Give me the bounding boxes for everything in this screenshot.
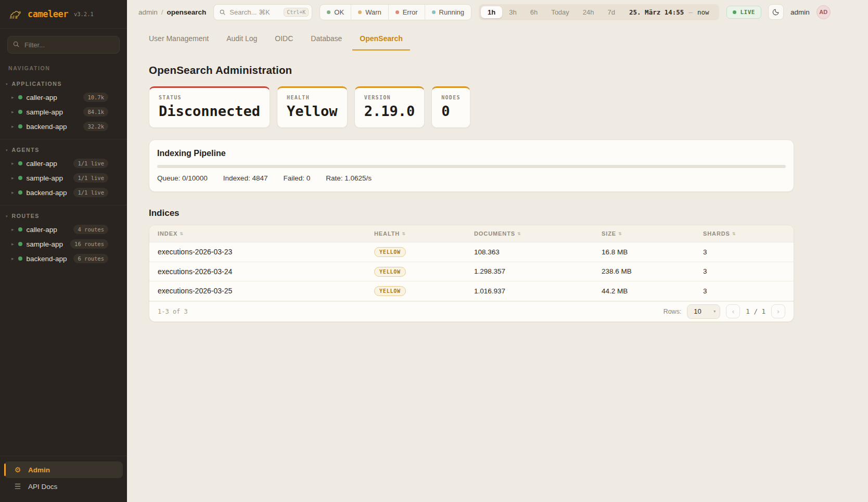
column-header-size[interactable]: SIZE⇅ [602, 230, 703, 237]
status-dot-icon [18, 227, 22, 231]
sidebar-item-sample-app-agent[interactable]: ▸ sample-app 1/1 live [0, 171, 127, 185]
table-row[interactable]: executions-2026-03-24 YELLOW 1.298.357 2… [149, 262, 794, 282]
breadcrumb-separator: / [161, 8, 163, 16]
cell-documents: 1.298.357 [474, 267, 602, 275]
chevron-right-icon: ▸ [11, 190, 14, 195]
sidebar-filter-input[interactable] [7, 36, 120, 54]
sidebar-item-sample-app-routes[interactable]: ▸ sample-app 16 routes [0, 237, 127, 251]
filter-warn[interactable]: Warn [351, 5, 388, 20]
dark-mode-toggle[interactable] [768, 4, 784, 20]
rows-per-page-label: Rows: [663, 308, 682, 315]
search-input[interactable] [229, 8, 280, 16]
stat-value: 0 [441, 103, 461, 119]
filter-search-icon [12, 41, 20, 50]
chevron-right-icon: ▸ [11, 242, 14, 247]
page-indicator: 1 / 1 [746, 307, 765, 315]
tab-database[interactable]: Database [303, 30, 349, 50]
chevron-right-icon: ▸ [11, 124, 14, 129]
moon-icon [772, 8, 780, 16]
main-area: admin / opensearch Ctrl+K OK Warn [127, 0, 868, 502]
section-header-agents[interactable]: ▾ AGENTS [0, 144, 127, 156]
range-24h[interactable]: 24h [576, 6, 601, 18]
range-3h[interactable]: 3h [502, 6, 523, 18]
collapse-caret-icon: ▾ [6, 214, 8, 218]
live-badge: 1/1 live [73, 159, 108, 168]
cell-health: YELLOW [374, 247, 474, 257]
cell-documents: 1.016.937 [474, 287, 602, 295]
camel-logo-icon [7, 6, 23, 22]
avatar[interactable]: AD [816, 5, 831, 19]
cell-size: 238.6 MB [602, 267, 703, 275]
row-range-text: 1-3 of 3 [158, 308, 188, 315]
header-right-cluster: LIVE admin AD [726, 4, 830, 20]
sidebar-item-caller-app-agent[interactable]: ▸ caller-app 1/1 live [0, 156, 127, 171]
breadcrumb-opensearch[interactable]: opensearch [167, 8, 207, 16]
cell-size: 16.8 MB [602, 248, 703, 256]
routes-badge: 16 routes [70, 239, 108, 249]
cell-size: 44.2 MB [602, 287, 703, 295]
section-header-routes[interactable]: ▾ ROUTES [0, 210, 127, 222]
section-header-applications[interactable]: ▾ APPLICATIONS [0, 78, 127, 90]
count-badge: 32.2k [83, 122, 108, 131]
sidebar-item-caller-app[interactable]: ▸ caller-app 10.7k [0, 90, 127, 105]
menu-icon: ☰ [14, 482, 22, 491]
filter-error[interactable]: Error [388, 5, 425, 20]
status-dot-icon [18, 110, 22, 114]
status-dot-icon [18, 190, 22, 195]
tab-opensearch[interactable]: OpenSearch [352, 30, 410, 50]
sidebar-item-sample-app[interactable]: ▸ sample-app 84.1k [0, 105, 127, 119]
range-7d[interactable]: 7d [601, 6, 622, 18]
stat-card-version: VERSION 2.19.0 [354, 86, 425, 128]
range-1h[interactable]: 1h [481, 6, 502, 18]
tab-user-management[interactable]: User Management [142, 30, 216, 50]
section-title: AGENTS [12, 147, 40, 153]
cell-index: executions-2026-03-23 [158, 248, 374, 256]
page-title: OpenSearch Administration [149, 64, 794, 76]
cell-shards: 3 [703, 267, 785, 275]
cell-health: YELLOW [374, 266, 474, 277]
column-header-index[interactable]: INDEX⇅ [158, 230, 374, 237]
global-search[interactable]: Ctrl+K [213, 4, 312, 20]
sidebar-item-backend-app-agent[interactable]: ▸ backend-app 1/1 live [0, 185, 127, 200]
sidebar-item-backend-app[interactable]: ▸ backend-app 32.2k [0, 119, 127, 134]
nav-section-agents: ▾ AGENTS ▸ caller-app 1/1 live ▸ sample-… [0, 139, 127, 205]
pipeline-queue: Queue: 0/10000 [157, 174, 208, 182]
sidebar-item-caller-app-routes[interactable]: ▸ caller-app 4 routes [0, 222, 127, 237]
rows-per-page-select[interactable]: 10 ▾ [687, 304, 720, 319]
table-row[interactable]: executions-2026-03-25 YELLOW 1.016.937 4… [149, 281, 794, 301]
table-row[interactable]: executions-2026-03-23 YELLOW 108.363 16.… [149, 242, 794, 262]
column-header-health[interactable]: HEALTH⇅ [374, 230, 474, 237]
live-toggle[interactable]: LIVE [726, 6, 761, 19]
cell-shards: 3 [703, 248, 785, 256]
page-content: OpenSearch Administration STATUS Disconn… [149, 50, 794, 322]
range-today[interactable]: Today [544, 6, 576, 18]
status-dot-icon [18, 242, 22, 246]
next-page-button[interactable]: › [771, 304, 785, 318]
sidebar-item-admin[interactable]: ⚙ Admin [4, 461, 123, 478]
running-dot-icon [432, 10, 436, 14]
app-logo[interactable]: cameleer v3.2.1 [0, 0, 127, 29]
chevron-right-icon: ▸ [11, 256, 14, 261]
tab-oidc[interactable]: OIDC [267, 30, 300, 50]
breadcrumb-admin[interactable]: admin [138, 8, 158, 16]
cell-shards: 3 [703, 287, 785, 295]
date-range-display[interactable]: 25. März 14:55 – now [622, 8, 717, 16]
tab-audit-log[interactable]: Audit Log [219, 30, 264, 50]
stat-label: VERSION [364, 95, 415, 100]
column-header-documents[interactable]: DOCUMENTS⇅ [474, 230, 602, 237]
filter-ok[interactable]: OK [320, 5, 351, 20]
status-dot-icon [18, 124, 22, 128]
sidebar-item-backend-app-routes[interactable]: ▸ backend-app 6 routes [0, 251, 127, 266]
previous-page-button[interactable]: ‹ [726, 304, 740, 318]
health-badge: YELLOW [374, 247, 406, 257]
nav-section-applications: ▾ APPLICATIONS ▸ caller-app 10.7k ▸ samp… [0, 73, 127, 139]
column-header-shards[interactable]: SHARDS⇅ [703, 230, 785, 237]
live-dot-icon [733, 10, 736, 14]
range-6h[interactable]: 6h [524, 6, 544, 18]
filter-running[interactable]: Running [425, 5, 471, 20]
indices-heading: Indices [149, 208, 794, 218]
stat-card-health: HEALTH Yellow [277, 86, 348, 128]
search-icon [219, 9, 226, 16]
sidebar-item-api-docs[interactable]: ☰ API Docs [4, 478, 123, 495]
top-header: admin / opensearch Ctrl+K OK Warn [127, 0, 868, 24]
